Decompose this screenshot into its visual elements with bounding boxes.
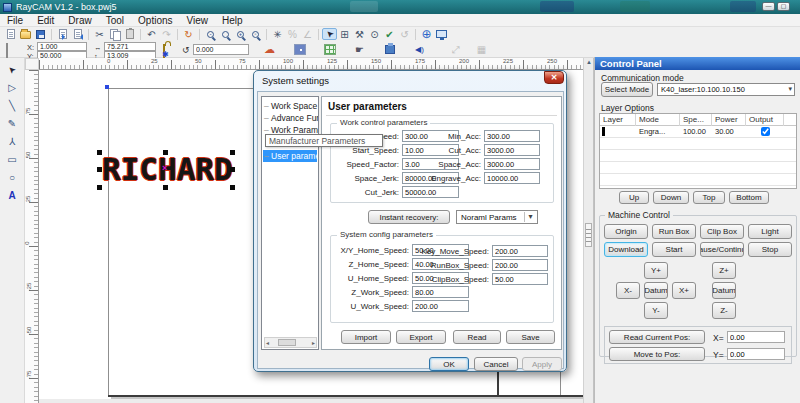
close-icon[interactable]: ✕ <box>544 71 564 84</box>
layer-up-button[interactable]: Up <box>619 191 649 204</box>
runbox-speed-input[interactable] <box>492 259 548 271</box>
read-current-pos-button[interactable]: Read Current Pos: <box>609 330 705 344</box>
selected-text-object[interactable]: RICHARD × <box>97 150 235 190</box>
copy-icon[interactable] <box>107 28 122 40</box>
pick-icon[interactable]: ⊙ <box>367 28 382 40</box>
layer-color-swatch[interactable] <box>602 127 605 136</box>
origin-button[interactable]: Origin <box>604 224 648 239</box>
start-button[interactable]: Start <box>652 242 696 257</box>
selection-handle[interactable] <box>97 185 102 190</box>
u-work-speed-input[interactable] <box>412 300 469 312</box>
stamp-icon[interactable] <box>382 43 397 56</box>
fill-icon[interactable]: ▦ <box>474 43 489 56</box>
read-button[interactable]: Read <box>453 330 501 344</box>
pos-y-input[interactable] <box>727 348 785 360</box>
sync-icon[interactable]: ↺ <box>397 28 412 40</box>
rotate-icon[interactable]: ↺ <box>182 45 190 55</box>
export-icon[interactable] <box>70 28 85 40</box>
selection-handle[interactable] <box>230 150 235 155</box>
rotation-input[interactable] <box>193 44 249 55</box>
selection-handle[interactable] <box>230 185 235 190</box>
layer-output-checkbox[interactable] <box>761 127 770 136</box>
device-dropdown[interactable]: K40_laser:10.100.10.150 <box>657 83 795 96</box>
zoom-in-icon[interactable]: + <box>233 28 248 40</box>
jog-x-plus-button[interactable]: X+ <box>672 282 696 299</box>
line-tool-icon[interactable]: ╲ <box>4 98 21 113</box>
tree-item-manufacturer-parameters[interactable]: Manufacturer Parameters <box>265 134 383 147</box>
tree-item-work-space[interactable]: Work Space <box>263 100 319 112</box>
hand-icon[interactable]: ☛ <box>352 43 367 56</box>
menu-file[interactable]: File <box>0 15 30 26</box>
menu-view[interactable]: View <box>180 15 216 26</box>
rectangle-tool-icon[interactable]: ▭ <box>4 152 21 167</box>
menu-edit[interactable]: Edit <box>30 15 61 26</box>
z-work-speed-input[interactable] <box>412 286 469 298</box>
percent-icon[interactable]: % <box>285 28 300 40</box>
jog-y-plus-button[interactable]: Y+ <box>644 262 668 279</box>
zoom-page-icon[interactable]: ▫ <box>248 28 263 40</box>
selection-handle[interactable] <box>97 167 102 172</box>
scroll-thumb[interactable] <box>278 339 296 346</box>
export-button[interactable]: Export <box>396 330 446 344</box>
device-icon[interactable] <box>434 28 449 40</box>
open-icon[interactable] <box>18 28 33 40</box>
scroll-left-icon[interactable]: ◄ <box>265 340 270 346</box>
scroll-right-icon[interactable]: ► <box>311 340 316 346</box>
tree-scrollbar[interactable]: ◄ ► <box>264 337 317 348</box>
layer-top-button[interactable]: Top <box>693 191 725 204</box>
transform-icon[interactable]: ⤢ <box>448 43 463 56</box>
menu-draw[interactable]: Draw <box>61 15 98 26</box>
pen-tool-icon[interactable]: ✎ <box>4 116 21 131</box>
layer-row[interactable]: Engra... 100.00 30.00 <box>600 126 796 138</box>
select-icon[interactable]: ➤ <box>322 28 337 40</box>
selection-handle[interactable] <box>163 150 168 155</box>
cloud-icon[interactable]: ☁ <box>262 43 277 56</box>
select-mode-button[interactable]: Select Mode <box>601 82 653 97</box>
selection-handle[interactable] <box>230 167 235 172</box>
snap-icon[interactable]: ✳ <box>270 28 285 40</box>
zoom-icon[interactable] <box>218 28 233 40</box>
clip-box-button[interactable]: Clip Box <box>700 224 744 239</box>
x-position-input[interactable] <box>37 42 87 51</box>
pause-continue-button[interactable]: Pause/Continue <box>700 242 744 257</box>
cancel-button[interactable]: Cancel <box>474 357 518 371</box>
min-acc-input[interactable] <box>484 130 540 142</box>
apply-button[interactable]: Apply <box>522 357 562 371</box>
table-icon[interactable]: ⊞ <box>337 28 352 40</box>
recovery-params-dropdown[interactable]: Noraml Params <box>456 210 538 224</box>
clipbox-speed-input[interactable] <box>492 273 548 285</box>
text-tool-icon[interactable]: A <box>4 188 21 203</box>
jog-y-minus-button[interactable]: Y- <box>644 302 668 319</box>
refresh-icon[interactable]: ↻ <box>181 28 196 40</box>
tools-icon[interactable]: ⚒ <box>352 28 367 40</box>
engrave-acc-input[interactable] <box>484 172 540 184</box>
menu-tool[interactable]: Tool <box>99 15 131 26</box>
angle-icon[interactable]: ∠ <box>300 28 315 40</box>
light-button[interactable]: Light <box>748 224 792 239</box>
select-tool-icon[interactable]: ➤ <box>4 62 21 77</box>
knife-tool-icon[interactable]: ⅄ <box>4 134 21 149</box>
layer-bottom-button[interactable]: Bottom <box>729 191 769 204</box>
move-to-pos-button[interactable]: Move to Pos: <box>609 347 705 361</box>
stop-button[interactable]: Stop <box>748 242 792 257</box>
ellipse-tool-icon[interactable]: ○ <box>4 170 21 185</box>
canvas-text[interactable]: RICHARD <box>102 151 233 187</box>
collapse-arrow-icon[interactable]: ▲ <box>586 59 592 65</box>
sound-icon[interactable]: ◀) <box>412 43 427 56</box>
width-input[interactable] <box>104 42 156 51</box>
cut-jerk-input[interactable] <box>402 186 459 198</box>
maximize-button[interactable]: ▢ <box>777 2 790 11</box>
jog-datum-xy-button[interactable]: Datum <box>644 282 668 299</box>
undo-icon[interactable]: ↶ <box>144 28 159 40</box>
jog-x-minus-button[interactable]: X- <box>616 282 640 299</box>
space-acc-input[interactable] <box>484 158 540 170</box>
run-box-button[interactable]: Run Box <box>652 224 696 239</box>
rect-corner-handle[interactable] <box>105 85 109 89</box>
web-icon[interactable]: ⊕ <box>419 28 434 40</box>
jog-datum-z-button[interactable]: Datum <box>712 282 736 299</box>
save-button[interactable]: Save <box>506 330 555 344</box>
minimize-button[interactable]: — <box>762 2 775 11</box>
layer-table[interactable]: Layer Mode Spe... Power Output Engra... … <box>599 113 797 189</box>
panel-splitter[interactable]: ▲ <box>583 58 594 403</box>
download-button[interactable]: Download <box>604 242 648 257</box>
